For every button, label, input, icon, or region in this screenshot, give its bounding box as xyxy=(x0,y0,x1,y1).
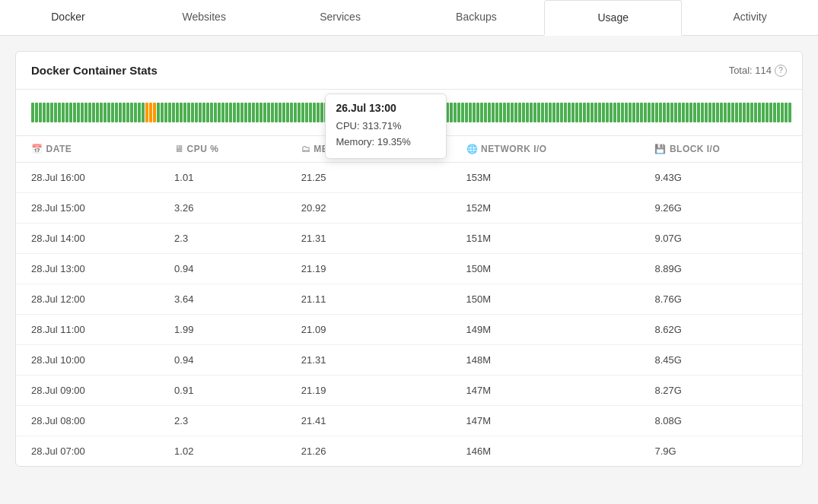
cell-date: 28.Jul 13:00 xyxy=(16,254,159,284)
chart-area: 26.Jul 13:00 CPU: 313.71% Memory: 19.35% xyxy=(16,90,802,136)
bar-segment xyxy=(145,103,148,122)
bar-segment xyxy=(92,103,95,122)
bar-segment xyxy=(218,103,221,122)
bar-segment xyxy=(621,103,624,122)
cpu-icon: 🖥 xyxy=(174,144,183,154)
bar-segment xyxy=(579,103,582,122)
cell-cpu: 0.94 xyxy=(159,345,286,376)
cell-date: 28.Jul 12:00 xyxy=(16,284,159,315)
bar-segment xyxy=(65,103,68,122)
bar-segment xyxy=(69,103,72,122)
cell-memory: 20.92 xyxy=(286,193,451,223)
bar-segment xyxy=(568,103,571,122)
table-row: 28.Jul 11:001.9921.09149M8.62G xyxy=(16,315,802,345)
bar-segment xyxy=(191,103,194,122)
bar-segment xyxy=(651,103,654,122)
bar-segment xyxy=(240,103,243,122)
cell-network: 146M xyxy=(451,436,640,467)
cell-network: 147M xyxy=(451,406,640,436)
bar-segment xyxy=(153,103,156,122)
card-header: Docker Container Stats Total: 114 ? xyxy=(16,52,802,90)
bar-segment xyxy=(476,103,479,122)
cell-memory: 21.31 xyxy=(286,223,451,254)
tooltip-date: 26.Jul 13:00 xyxy=(336,102,435,114)
table-row: 28.Jul 13:000.9421.19150M8.89G xyxy=(16,254,802,284)
bar-segment xyxy=(73,103,76,122)
table-row: 28.Jul 12:003.6421.11150M8.76G xyxy=(16,284,802,315)
tab-docker[interactable]: Docker xyxy=(0,0,136,35)
bar-segment xyxy=(465,103,468,122)
bar-segment xyxy=(263,103,266,122)
bar-segment xyxy=(164,103,167,122)
bar-segment xyxy=(526,103,529,122)
tab-websites[interactable]: Websites xyxy=(136,0,272,35)
bar-segment xyxy=(248,103,251,122)
tab-services[interactable]: Services xyxy=(272,0,409,35)
bar-segment xyxy=(138,103,141,122)
bar-segment xyxy=(655,103,658,122)
bar-segment xyxy=(644,103,647,122)
cell-date: 28.Jul 07:00 xyxy=(16,436,159,467)
cell-block: 8.27G xyxy=(639,376,802,406)
tab-usage[interactable]: Usage xyxy=(544,0,682,36)
bar-segment xyxy=(221,103,224,122)
bar-segment xyxy=(533,103,536,122)
bar-segment xyxy=(172,103,175,122)
bar-segment xyxy=(507,103,510,122)
stats-card: Docker Container Stats Total: 114 ? 26.J… xyxy=(15,51,803,467)
bar-segment xyxy=(693,103,696,122)
bar-segment xyxy=(199,103,202,122)
bar-segment xyxy=(301,103,304,122)
bar-segment xyxy=(769,103,772,122)
bar-segment xyxy=(81,103,84,122)
bar-segment xyxy=(225,103,228,122)
bar-segment xyxy=(492,103,495,122)
cell-cpu: 1.99 xyxy=(159,315,286,345)
bar-segment xyxy=(697,103,700,122)
bar-segment xyxy=(632,103,635,122)
cell-memory: 21.31 xyxy=(286,345,451,376)
bar-segment xyxy=(43,103,46,122)
bar-segment xyxy=(469,103,472,122)
bar-segment xyxy=(765,103,769,122)
bar-segment xyxy=(560,103,563,122)
bar-segment xyxy=(667,103,670,122)
bar-segment xyxy=(788,103,791,122)
bar-segment xyxy=(750,103,753,122)
bar-segment xyxy=(130,103,133,122)
bar-segment xyxy=(785,103,788,122)
bar-segment xyxy=(237,103,240,122)
bar-segment xyxy=(610,103,613,122)
data-table: 📅DATE🖥CPU %🗂MEMORY %🌐NETWORK I/O💾BLOCK I… xyxy=(16,136,802,466)
bar-segment xyxy=(446,103,449,122)
bar-segment xyxy=(735,103,738,122)
tab-backups[interactable]: Backups xyxy=(408,0,544,35)
col-header-block: 💾BLOCK I/O xyxy=(639,136,802,163)
bar-segment xyxy=(503,103,506,122)
bar-segment xyxy=(210,103,213,122)
bar-segment xyxy=(88,103,91,122)
bar-segment xyxy=(161,103,164,122)
cell-date: 28.Jul 14:00 xyxy=(16,223,159,254)
bar-segment xyxy=(46,103,49,122)
table-row: 28.Jul 08:002.321.41147M8.08G xyxy=(16,406,802,436)
tab-activity[interactable]: Activity xyxy=(682,0,818,35)
cell-memory: 21.09 xyxy=(286,315,451,345)
cell-block: 9.43G xyxy=(639,163,802,193)
bar-segment xyxy=(781,103,784,122)
bar-segment xyxy=(123,103,126,122)
cell-block: 9.07G xyxy=(639,223,802,254)
bar-segment xyxy=(552,103,555,122)
bar-segment xyxy=(252,103,255,122)
cell-network: 150M xyxy=(451,284,640,315)
bar-segment xyxy=(495,103,498,122)
bar-segment xyxy=(663,103,666,122)
bar-segment xyxy=(229,103,232,122)
bar-segment xyxy=(602,103,605,122)
bar-segment xyxy=(454,103,457,122)
bar-segment xyxy=(35,103,38,122)
bar-segment xyxy=(549,103,552,122)
bar-segment xyxy=(100,103,103,122)
help-icon[interactable]: ? xyxy=(775,65,787,77)
bar-segment xyxy=(111,103,114,122)
